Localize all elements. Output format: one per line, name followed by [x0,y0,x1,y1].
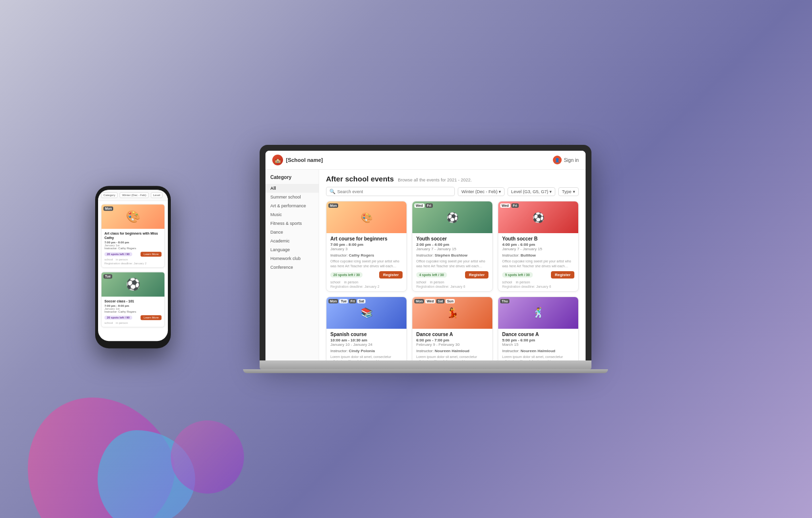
card-dance-b-desc: Lorem ipsum dolor sit amet, consectetur … [502,355,574,360]
card-dance-b-body: Dance course A 5:00 pm - 6:00 pm March 1… [498,329,578,360]
card-art-dates: January 3 [330,247,403,251]
card-art-time: 7:00 pm - 8:00 pm [330,242,403,247]
card-soccer-deadline: Registration deadline: January 6 [416,285,488,288]
phone-card-soccer-instructor: Instructor: Cathy Rogers [104,310,162,313]
card-soccer-b-footer: 5 spots left / 30 Register [502,271,574,279]
card-soccer-b-spots: 5 spots left / 30 [502,272,533,278]
card-art-days: Mon [328,203,338,208]
card-youth-soccer: ⚽ Wed Fri Youth soccer 2:00 pm - 4:0 [412,201,493,292]
card-art-inperson: in person [344,280,358,284]
card-soccer-image: ⚽ Wed Fri [412,201,492,233]
card-art-register-btn[interactable]: Register [379,271,403,279]
card-spanish-desc: Lorem ipsum dolor sit amet, consectetur … [330,355,403,360]
card-soccer-time: 2:00 pm - 4:00 pm [416,242,488,247]
card-dance-b-dates: March 15 [502,342,574,347]
sidebar-item-conference[interactable]: Conference [265,263,319,272]
phone-season-filter[interactable]: Winter (Dec - Feb) [120,192,148,198]
card-art-body: Art course for beginners 7:00 pm - 8:00 … [326,233,406,291]
search-input[interactable] [337,189,451,194]
page-title: After school events [326,175,394,183]
phone-card-art-spots: 20 spots left / 90 [104,252,132,256]
search-box[interactable]: 🔍 [326,187,455,196]
season-chevron-icon: ▾ [499,189,501,194]
phone-card-art-footer: 20 spots left / 90 Learn More [104,252,162,257]
card-spanish-instructor: Instructor: Cindy Polonia [330,349,403,353]
sidebar-item-summer[interactable]: Summer school [265,193,319,201]
sidebar-item-academic[interactable]: Academic [265,237,319,245]
card-soccer-title: Youth soccer [416,236,488,241]
sidebar-item-fitness[interactable]: Fitness & sports [265,219,319,228]
search-icon: 🔍 [329,189,335,194]
card-soccer-b-dates: January 7 - January 15 [502,247,574,251]
card-dance-b-time: 5:00 pm - 6:00 pm [502,338,574,342]
laptop-foot [243,369,608,373]
card-soccer-desc: Office cupcake icing sweet pie your arti… [416,259,488,269]
card-dance-b-image: 🕺 Thu [498,297,578,329]
card-art-meta: school in person [330,280,403,284]
card-dance-b-title: Dance course A [502,332,574,337]
level-filter-label: Level (G3, G5, G7) [511,189,548,194]
phone-card-soccer-school: school [104,321,113,324]
card-soccer-days: Wed Fri [414,203,433,208]
card-dance-a-day-sun: Sun [446,299,455,303]
card-soccer-school: school [416,280,426,284]
card-dance-a-day-wed: Wed [425,299,435,303]
phone-card-soccer-inperson: in person [116,321,128,324]
card-soccer-meta: school in person [416,280,488,284]
app-container: 🏫 [School name] 👤 Sign in Category [265,151,586,360]
sidebar-title: Category [265,175,319,184]
card-spanish-day-mon: Mon [328,299,338,303]
sidebar-item-art[interactable]: Art & performance [265,201,319,210]
laptop-screen-outer: 🏫 [School name] 👤 Sign in Category [260,145,591,360]
card-spanish-body: Spanish course 10:00 am - 10:30 am Janua… [326,329,406,360]
level-chevron-icon: ▾ [549,189,552,194]
laptop-screen-inner: 🏫 [School name] 👤 Sign in Category [265,151,586,360]
sidebar-item-homework[interactable]: Homework club [265,254,319,263]
season-filter-label: Winter (Dec - Feb) [461,189,497,194]
sidebar-item-music[interactable]: Music [265,210,319,219]
card-soccer-b-register-btn[interactable]: Register [551,271,574,279]
sign-in-button[interactable]: 👤 Sign in [553,156,579,164]
sidebar-item-all[interactable]: All [265,184,319,193]
scene-container: Category Winter (Dec - Feb) Level 🎨 Mon [0,0,812,518]
card-soccer-b-day-wed: Wed [500,203,510,208]
phone-screen: Category Winter (Dec - Feb) Level 🎨 Mon [98,190,168,341]
level-filter[interactable]: Level (G3, G5, G7) ▾ [508,187,555,196]
phone-card-art-learn-btn[interactable]: Learn More [141,252,162,257]
card-dance-b-day-thu: Thu [500,299,509,303]
phone-card-soccer-learn-btn[interactable]: Learn More [141,315,162,320]
type-filter-label: Type [562,189,571,194]
phone-card-soccer-days: Tue [103,274,112,279]
sidebar-item-dance[interactable]: Dance [265,228,319,237]
card-soccer-register-btn[interactable]: Register [465,271,488,279]
phone-level-filter[interactable]: Level [151,192,162,198]
phone-card-art-instructor: Instructor: Cathy Rogers [104,247,162,250]
card-soccer-day-fri: Fri [426,203,433,208]
card-dance-a-title: Dance course A [416,332,488,337]
type-filter[interactable]: Type ▾ [558,187,579,196]
season-filter[interactable]: Winter (Dec - Feb) ▾ [458,187,505,196]
card-art-spots: 20 spots left / 30 [330,272,363,278]
card-soccer-b-body: Youth soccer B 4:00 pm - 6:00 pm January… [498,233,578,291]
card-soccer-b-deadline: Registration deadline: January 6 [502,285,574,288]
phone-bottom-notch [123,342,143,344]
card-dance-a-body: Dance course A 6:00 pm - 7:00 pm Februar… [412,329,492,360]
sidebar-item-language[interactable]: Language [265,245,319,254]
phone-card-soccer-spots: 20 spots left / 90 [104,316,132,319]
card-soccer-inperson: in person [430,280,444,284]
card-soccer-dates: January 7 - January 15 [416,247,488,251]
phone-cards-list: 🎨 Mon Art class for beginners with Miss … [98,201,168,341]
phone-card-soccer: ⚽ Tue Soccer class - 101 7:00 pm - 8:00 … [101,272,165,327]
card-spanish-image: 📚 Mon Tue Fri Sat [326,297,406,329]
phone-app: Category Winter (Dec - Feb) Level 🎨 Mon [98,190,168,341]
card-soccer-b-inperson: in person [516,280,530,284]
app-header: 🏫 [School name] 👤 Sign in [265,151,586,170]
phone-category-filter[interactable]: Category [101,192,118,198]
card-dance-a-days: Mon Wed Sat Sun [414,299,455,303]
phone-day-badge-tue: Tue [103,274,112,279]
card-art-title: Art course for beginners [330,236,403,241]
phone-header: Category Winter (Dec - Feb) Level [98,190,168,201]
phone-card-soccer-meta: school in person [104,321,162,324]
card-soccer-spots: 4 spots left / 30 [416,272,447,278]
card-art-course: 🎨 Mon Art course for beginners 7:00 pm -… [326,201,407,292]
